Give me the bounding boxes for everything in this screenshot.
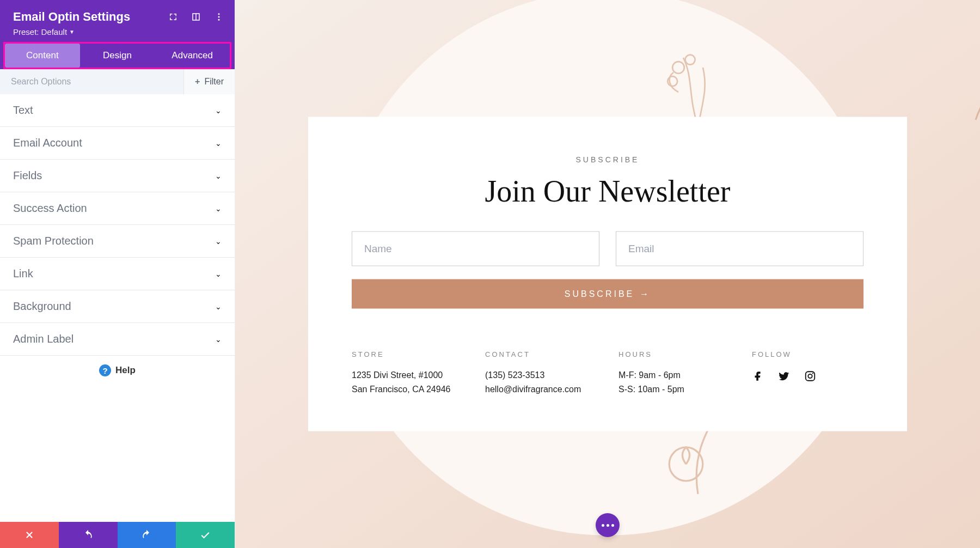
email-field[interactable] xyxy=(616,232,863,266)
section-label: Background xyxy=(13,300,71,313)
svg-point-4 xyxy=(685,55,695,65)
section-label: Link xyxy=(13,267,33,280)
panel-header: Email Optin Settings Preset: Default ▼ xyxy=(0,0,235,42)
section-label: Success Action xyxy=(13,202,87,215)
floral-decoration xyxy=(954,392,980,512)
info-line: S-S: 10am - 5pm xyxy=(618,385,730,394)
more-icon[interactable] xyxy=(213,11,225,23)
tab-design[interactable]: Design xyxy=(80,44,155,68)
search-row: + Filter xyxy=(0,69,235,94)
optin-form-row xyxy=(352,232,863,266)
section-text[interactable]: Text ⌄ xyxy=(0,94,235,127)
expand-icon[interactable] xyxy=(167,11,179,23)
preview-canvas: SUBSCRIBE Join Our Newsletter SUBSCRIBE … xyxy=(235,0,980,548)
svg-point-0 xyxy=(218,13,220,15)
tab-content[interactable]: Content xyxy=(5,44,80,68)
chevron-down-icon: ⌄ xyxy=(215,106,222,115)
info-heading: HOURS xyxy=(618,350,730,358)
twitter-icon[interactable] xyxy=(778,370,790,382)
newsletter-kicker: SUBSCRIBE xyxy=(352,155,863,164)
help-label: Help xyxy=(115,365,136,376)
svg-point-2 xyxy=(218,19,220,21)
chevron-down-icon: ⌄ xyxy=(215,270,222,278)
chevron-down-icon: ⌄ xyxy=(215,302,222,311)
info-line: San Francisco, CA 24946 xyxy=(352,385,463,394)
info-grid: STORE 1235 Divi Street, #1000 San Franci… xyxy=(352,350,863,399)
preset-value: Default xyxy=(41,27,68,36)
info-line: 1235 Divi Street, #1000 xyxy=(352,370,463,380)
chevron-down-icon: ⌄ xyxy=(215,139,222,148)
info-line: (135) 523-3513 xyxy=(485,370,597,380)
chevron-down-icon: ⌄ xyxy=(215,335,222,344)
info-heading: STORE xyxy=(352,350,463,358)
section-background[interactable]: Background ⌄ xyxy=(0,290,235,323)
dot-icon xyxy=(611,524,614,527)
page-actions-fab[interactable] xyxy=(596,513,620,537)
info-heading: CONTACT xyxy=(485,350,597,358)
floral-decoration xyxy=(954,33,980,142)
save-button[interactable] xyxy=(176,522,235,548)
cancel-button[interactable] xyxy=(0,522,59,548)
subscribe-button-label: SUBSCRIBE xyxy=(565,289,634,299)
info-contact: CONTACT (135) 523-3513 hello@divifragran… xyxy=(485,350,597,399)
dot-icon xyxy=(602,524,604,527)
filter-button[interactable]: + Filter xyxy=(183,69,235,94)
info-line: hello@divifragrance.com xyxy=(485,385,597,394)
section-label: Email Account xyxy=(13,137,82,149)
info-line: M-F: 9am - 6pm xyxy=(618,370,730,380)
section-label: Text xyxy=(13,104,33,117)
undo-button[interactable] xyxy=(59,522,118,548)
info-store: STORE 1235 Divi Street, #1000 San Franci… xyxy=(352,350,463,399)
section-label: Spam Protection xyxy=(13,235,94,247)
help-icon: ? xyxy=(99,364,111,376)
search-input[interactable] xyxy=(0,69,183,94)
layout-icon[interactable] xyxy=(190,11,202,23)
chevron-down-icon: ⌄ xyxy=(215,204,222,213)
help-button[interactable]: ? Help xyxy=(0,356,235,385)
accordion-list: Text ⌄ Email Account ⌄ Fields ⌄ Success … xyxy=(0,94,235,522)
name-field[interactable] xyxy=(352,232,599,266)
instagram-icon[interactable] xyxy=(804,370,816,382)
section-link[interactable]: Link ⌄ xyxy=(0,258,235,290)
newsletter-card: SUBSCRIBE Join Our Newsletter SUBSCRIBE … xyxy=(308,117,907,431)
tab-bar: Content Design Advanced xyxy=(0,42,235,69)
social-row xyxy=(752,370,863,382)
svg-point-10 xyxy=(808,374,812,378)
action-bar xyxy=(0,522,235,548)
newsletter-title: Join Our Newsletter xyxy=(352,174,863,209)
svg-point-11 xyxy=(812,373,813,374)
section-fields[interactable]: Fields ⌄ xyxy=(0,160,235,192)
info-heading: FOLLOW xyxy=(752,350,863,358)
section-label: Fields xyxy=(13,169,42,182)
plus-icon: + xyxy=(195,77,200,87)
settings-sidebar: Email Optin Settings Preset: Default ▼ C… xyxy=(0,0,235,548)
info-follow: FOLLOW xyxy=(752,350,863,399)
arrow-right-icon: → xyxy=(640,289,651,299)
tab-advanced[interactable]: Advanced xyxy=(155,44,230,68)
svg-point-1 xyxy=(218,16,220,18)
subscribe-button[interactable]: SUBSCRIBE → xyxy=(352,279,863,309)
section-spam-protection[interactable]: Spam Protection ⌄ xyxy=(0,225,235,258)
chevron-down-icon: ⌄ xyxy=(215,172,222,180)
section-email-account[interactable]: Email Account ⌄ xyxy=(0,127,235,160)
chevron-down-icon: ⌄ xyxy=(215,237,222,246)
section-admin-label[interactable]: Admin Label ⌄ xyxy=(0,323,235,356)
svg-point-3 xyxy=(672,62,684,74)
filter-label: Filter xyxy=(204,77,224,87)
redo-button[interactable] xyxy=(118,522,176,548)
section-label: Admin Label xyxy=(13,333,74,345)
info-hours: HOURS M-F: 9am - 6pm S-S: 10am - 5pm xyxy=(618,350,730,399)
dot-icon xyxy=(607,524,609,527)
facebook-icon[interactable] xyxy=(752,370,764,382)
preset-label: Preset: xyxy=(13,27,39,36)
section-success-action[interactable]: Success Action ⌄ xyxy=(0,192,235,225)
preset-selector[interactable]: Preset: Default ▼ xyxy=(13,27,222,36)
chevron-down-icon: ▼ xyxy=(69,29,75,35)
